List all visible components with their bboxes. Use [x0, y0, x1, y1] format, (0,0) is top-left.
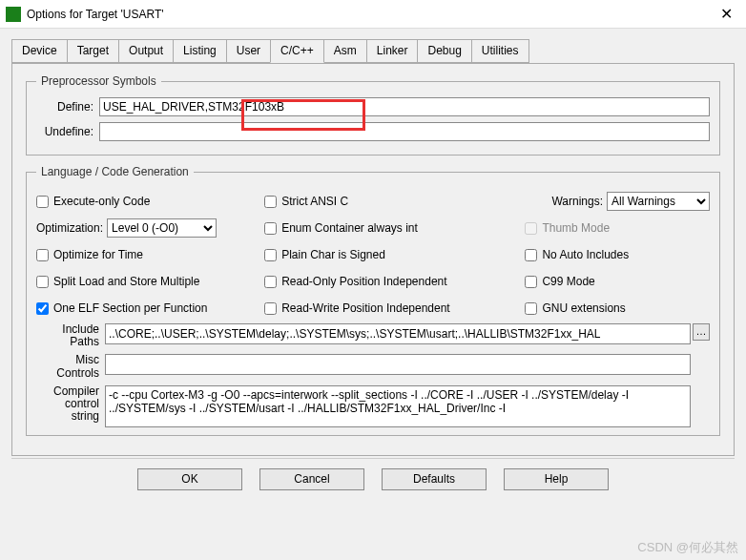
chk-no-auto-inc[interactable] [525, 249, 537, 261]
chk-execute-only[interactable] [36, 196, 49, 208]
chk-optimize-time[interactable] [36, 249, 49, 261]
watermark: CSDN @何必其然 [637, 539, 738, 556]
tab-ccpp[interactable]: C/C++ [270, 39, 324, 63]
lbl-ro-pi: Read-Only Position Independent [281, 275, 446, 288]
legend-preprocessor: Preprocessor Symbols [36, 74, 161, 88]
legend-langgen: Language / Code Generation [36, 165, 194, 178]
tab-device[interactable]: Device [11, 39, 68, 63]
tab-asm[interactable]: Asm [323, 39, 367, 63]
lbl-enum-container: Enum Container always int [281, 221, 418, 235]
tab-output[interactable]: Output [118, 39, 174, 63]
chk-thumb-mode [525, 222, 537, 235]
button-bar: OK Cancel Defaults Help [11, 458, 735, 494]
lbl-strict-ansi: Strict ANSI C [281, 195, 348, 208]
tab-utilities[interactable]: Utilities [471, 39, 529, 63]
group-langgen: Language / Code Generation Execute-only … [26, 165, 720, 436]
input-include-paths[interactable] [105, 323, 691, 344]
tab-panel-ccpp: Preprocessor Symbols Define: Undefine: L… [11, 63, 735, 456]
tab-user[interactable]: User [226, 39, 271, 63]
label-compiler-control: Compiler control string [36, 385, 105, 424]
lbl-split-load: Split Load and Store Multiple [53, 275, 199, 288]
group-preprocessor: Preprocessor Symbols Define: Undefine: [26, 74, 720, 156]
chk-split-load[interactable] [36, 276, 49, 288]
titlebar: Options for Target 'USART' ✕ [0, 0, 746, 29]
tab-debug[interactable]: Debug [417, 39, 471, 63]
label-undefine: Undefine: [36, 125, 93, 138]
cancel-button[interactable]: Cancel [259, 468, 364, 490]
lbl-plain-char: Plain Char is Signed [281, 248, 385, 261]
input-misc-controls[interactable] [105, 354, 691, 375]
label-define: Define: [36, 100, 93, 114]
help-button[interactable]: Help [504, 468, 609, 490]
input-undefine[interactable] [99, 122, 710, 141]
tab-linker[interactable]: Linker [366, 39, 419, 63]
lbl-thumb-mode: Thumb Mode [542, 221, 610, 235]
tabs: Device Target Output Listing User C/C++ … [11, 39, 735, 64]
label-include-paths: Include Paths [36, 323, 105, 348]
lbl-no-auto-inc: No Auto Includes [542, 248, 629, 261]
input-define[interactable] [99, 97, 710, 116]
ok-button[interactable]: OK [137, 468, 242, 490]
textarea-compiler-control [105, 385, 691, 427]
select-warnings[interactable]: All Warnings [607, 192, 710, 211]
chk-gnu-ext[interactable] [525, 302, 537, 315]
lbl-rw-pi: Read-Write Position Independent [281, 301, 450, 315]
select-optimization[interactable]: Level 0 (-O0) [107, 218, 217, 238]
tab-target[interactable]: Target [67, 39, 119, 63]
dialog-content: Device Target Output Listing User C/C++ … [0, 29, 746, 500]
chk-enum-container[interactable] [264, 222, 277, 235]
label-optimization: Optimization: [36, 221, 103, 235]
lbl-c99: C99 Mode [542, 275, 594, 288]
chk-plain-char[interactable] [264, 249, 277, 261]
chk-ro-pi[interactable] [264, 276, 277, 288]
close-icon[interactable]: ✕ [713, 5, 740, 23]
app-icon [6, 7, 21, 22]
chk-c99[interactable] [525, 276, 537, 288]
chk-one-elf[interactable] [36, 302, 49, 315]
lbl-optimize-time: Optimize for Time [53, 248, 143, 261]
chk-rw-pi[interactable] [264, 302, 277, 315]
label-misc-controls: Misc Controls [36, 354, 105, 379]
lbl-gnu-ext: GNU extensions [542, 301, 625, 315]
window-title: Options for Target 'USART' [27, 8, 713, 21]
lbl-one-elf: One ELF Section per Function [53, 301, 207, 315]
defaults-button[interactable]: Defaults [382, 468, 487, 490]
tab-listing[interactable]: Listing [173, 39, 227, 63]
lbl-execute-only: Execute-only Code [53, 195, 150, 208]
label-warnings: Warnings: [551, 195, 603, 208]
browse-include-button[interactable]: … [693, 323, 710, 341]
chk-strict-ansi[interactable] [264, 196, 277, 208]
